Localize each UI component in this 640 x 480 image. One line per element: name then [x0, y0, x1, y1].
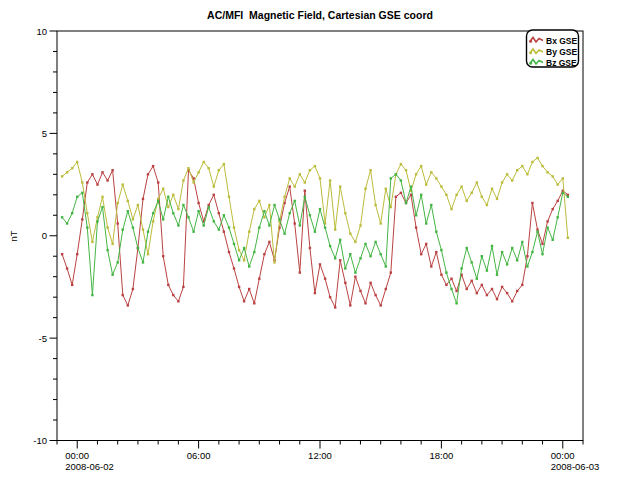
data-point-marker — [147, 231, 149, 233]
legend: Bx GSE By GSE Bz GSE — [527, 30, 579, 68]
data-point-marker — [137, 247, 139, 249]
data-point-marker — [111, 169, 113, 171]
data-point-marker — [218, 169, 220, 171]
data-point-marker — [122, 228, 124, 230]
data-point-marker — [334, 306, 336, 308]
x-date-label: 2008-06-02 — [65, 461, 114, 472]
data-point-marker — [380, 304, 382, 306]
data-point-marker — [111, 243, 113, 245]
data-point-marker — [208, 206, 210, 208]
x-tick-label: 18:00 — [429, 450, 453, 461]
data-point-marker — [450, 288, 452, 290]
data-point-marker — [167, 196, 169, 198]
data-point-marker — [96, 183, 98, 185]
data-point-marker — [142, 198, 144, 200]
data-point-marker — [127, 304, 129, 306]
data-point-marker — [81, 218, 83, 220]
data-point-marker — [66, 171, 68, 173]
data-point-marker — [167, 284, 169, 286]
data-point-marker — [218, 228, 220, 230]
data-point-marker — [106, 249, 108, 251]
data-point-marker — [258, 278, 260, 280]
data-point-marker — [76, 196, 78, 198]
data-point-marker — [521, 241, 523, 243]
data-point-marker — [435, 251, 437, 253]
data-point-marker — [339, 239, 341, 241]
data-point-marker — [66, 267, 68, 269]
y-tick-label: 5 — [42, 128, 47, 139]
data-point-marker — [506, 292, 508, 294]
data-point-marker — [440, 274, 442, 276]
data-point-marker — [445, 271, 447, 273]
data-point-marker — [71, 167, 73, 169]
data-point-marker — [440, 249, 442, 251]
data-point-marker — [283, 233, 285, 235]
data-point-marker — [541, 253, 543, 255]
data-point-marker — [213, 220, 215, 222]
data-point-marker — [117, 202, 119, 204]
data-point-marker — [182, 179, 184, 181]
data-point-marker — [364, 243, 366, 245]
data-point-marker — [374, 204, 376, 206]
data-point-marker — [344, 282, 346, 284]
data-point-marker — [354, 241, 356, 243]
data-point-marker — [319, 263, 321, 265]
data-point-marker — [390, 206, 392, 208]
data-point-marker — [552, 208, 554, 210]
data-point-marker — [162, 218, 164, 220]
data-point-marker — [86, 226, 88, 228]
data-point-marker — [263, 210, 265, 212]
data-point-marker — [546, 220, 548, 222]
data-point-marker — [521, 165, 523, 167]
data-point-marker — [460, 267, 462, 269]
data-point-marker — [187, 167, 189, 169]
data-point-marker — [501, 181, 503, 183]
data-point-marker — [440, 185, 442, 187]
data-point-marker — [430, 204, 432, 206]
data-point-marker — [76, 161, 78, 163]
data-point-marker — [496, 298, 498, 300]
data-point-marker — [127, 210, 129, 212]
data-point-marker — [314, 292, 316, 294]
data-point-marker — [349, 304, 351, 306]
data-point-marker — [228, 226, 230, 228]
data-point-marker — [516, 169, 518, 171]
data-point-marker — [374, 294, 376, 296]
data-point-marker — [359, 257, 361, 259]
data-point-marker — [101, 206, 103, 208]
data-point-marker — [152, 220, 154, 222]
data-point-marker — [506, 263, 508, 265]
data-point-marker — [445, 194, 447, 196]
data-point-marker — [374, 241, 376, 243]
data-point-marker — [395, 196, 397, 198]
data-point-marker — [263, 253, 265, 255]
data-point-marker — [309, 214, 311, 216]
data-point-marker — [511, 179, 513, 181]
data-point-marker — [243, 259, 245, 261]
data-point-marker — [283, 196, 285, 198]
x-axis-ticks: 00:002008-06-0206:0012:0018:0000:002008-… — [57, 441, 599, 473]
y-tick-label: -10 — [33, 435, 47, 446]
y-tick-label: -5 — [39, 333, 47, 344]
data-point-marker — [329, 296, 331, 298]
data-point-marker — [167, 206, 169, 208]
data-point-marker — [506, 173, 508, 175]
data-point-marker — [289, 177, 291, 179]
data-point-marker — [268, 241, 270, 243]
data-point-marker — [557, 216, 559, 218]
data-point-marker — [182, 286, 184, 288]
data-point-marker — [471, 192, 473, 194]
data-point-marker — [314, 165, 316, 167]
data-point-marker — [203, 161, 205, 163]
data-point-marker — [197, 171, 199, 173]
data-point-marker — [349, 233, 351, 235]
data-point-marker — [273, 261, 275, 263]
data-point-marker — [521, 284, 523, 286]
data-point-marker — [349, 253, 351, 255]
data-point-marker — [471, 261, 473, 263]
data-point-marker — [76, 253, 78, 255]
data-point-marker — [430, 265, 432, 267]
data-point-marker — [450, 208, 452, 210]
data-point-marker — [380, 222, 382, 224]
data-point-marker — [415, 214, 417, 216]
